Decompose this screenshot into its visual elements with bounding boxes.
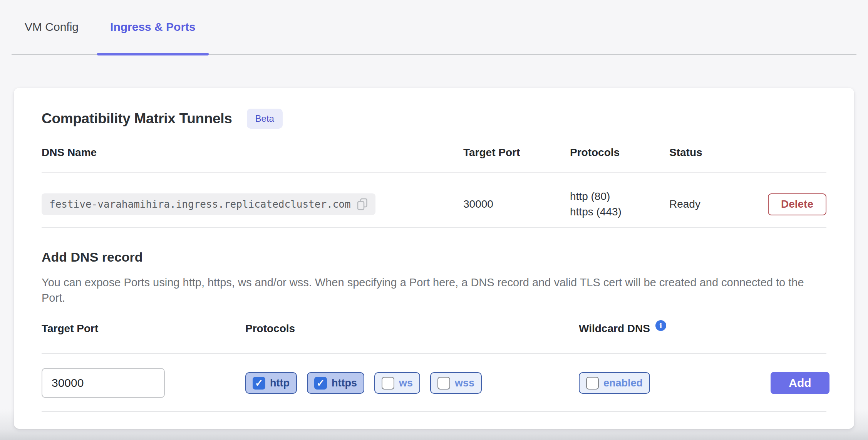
protocol-chip-wss-label: wss <box>455 377 474 389</box>
protocol-line-https: https (443) <box>570 204 669 220</box>
form-label-protocols: Protocols <box>245 322 579 335</box>
protocol-chip-ws[interactable]: ws <box>374 372 420 394</box>
dns-name-value: festive-varahamihira.ingress.replicatedc… <box>49 198 351 210</box>
actions-cell: Delete <box>765 193 826 215</box>
checkbox-unchecked-icon[interactable] <box>586 377 599 390</box>
wildcard-enabled-label: enabled <box>603 377 643 389</box>
dns-name-cell: festive-varahamihira.ingress.replicatedc… <box>42 193 463 215</box>
tab-bar: VM Config Ingress & Ports <box>12 0 856 55</box>
dns-name-chip: festive-varahamihira.ingress.replicatedc… <box>42 193 375 215</box>
add-button[interactable]: Add <box>771 372 829 394</box>
col-header-protocols: Protocols <box>570 146 669 159</box>
info-icon[interactable]: i <box>655 320 666 331</box>
add-dns-heading: Add DNS record <box>42 250 826 265</box>
beta-badge: Beta <box>247 109 283 129</box>
tab-ingress-ports[interactable]: Ingress & Ports <box>97 0 209 54</box>
form-label-wildcard-dns: Wildcard DNS i <box>579 322 771 335</box>
checkbox-unchecked-icon[interactable] <box>437 377 450 390</box>
delete-button[interactable]: Delete <box>768 193 826 215</box>
col-header-dns-name: DNS Name <box>42 146 463 159</box>
tab-vm-config-label: VM Config <box>25 20 79 34</box>
protocol-chip-https-label: https <box>332 377 357 389</box>
col-header-target-port: Target Port <box>463 146 570 159</box>
protocol-chip-http[interactable]: ✓ http <box>245 372 297 394</box>
protocols-cell: http (80) https (443) <box>570 189 669 220</box>
form-input-row: ✓ http ✓ https ws wss enabled Add <box>42 354 826 412</box>
card-title: Compatibility Matrix Tunnels <box>42 111 232 127</box>
target-port-input[interactable] <box>42 368 165 398</box>
protocol-chip-group: ✓ http ✓ https ws wss <box>245 372 579 394</box>
col-header-status: Status <box>669 146 765 159</box>
form-header-row: Target Port Protocols Wildcard DNS i <box>42 322 826 354</box>
table-header-row: DNS Name Target Port Protocols Status <box>42 146 826 173</box>
checkbox-checked-icon[interactable]: ✓ <box>314 377 327 390</box>
target-port-field-cell <box>42 368 245 398</box>
wildcard-dns-label: Wildcard DNS <box>579 322 650 335</box>
table-row: festive-varahamihira.ingress.replicatedc… <box>42 173 826 228</box>
protocol-chip-http-label: http <box>270 377 290 389</box>
checkbox-checked-icon[interactable]: ✓ <box>253 377 265 390</box>
add-dns-description: You can expose Ports using http, https, … <box>42 275 826 306</box>
status-cell: Ready <box>669 198 765 210</box>
tab-ingress-ports-label: Ingress & Ports <box>110 20 196 34</box>
checkbox-unchecked-icon[interactable] <box>382 377 394 390</box>
protocol-line-http: http (80) <box>570 189 669 204</box>
protocol-chip-ws-label: ws <box>399 377 413 389</box>
tab-vm-config[interactable]: VM Config <box>12 0 92 54</box>
add-button-cell: Add <box>771 372 829 394</box>
target-port-cell: 30000 <box>463 198 570 210</box>
protocol-chip-wss[interactable]: wss <box>430 372 482 394</box>
tunnels-card: Compatibility Matrix Tunnels Beta DNS Na… <box>14 88 854 429</box>
protocol-chip-https[interactable]: ✓ https <box>307 372 364 394</box>
tunnels-table: DNS Name Target Port Protocols Status fe… <box>42 146 826 228</box>
card-title-row: Compatibility Matrix Tunnels Beta <box>42 109 826 129</box>
copy-icon[interactable] <box>357 198 368 210</box>
wildcard-dns-cell: enabled <box>579 372 771 394</box>
form-label-target-port: Target Port <box>42 322 245 335</box>
wildcard-enabled-chip[interactable]: enabled <box>579 372 650 394</box>
